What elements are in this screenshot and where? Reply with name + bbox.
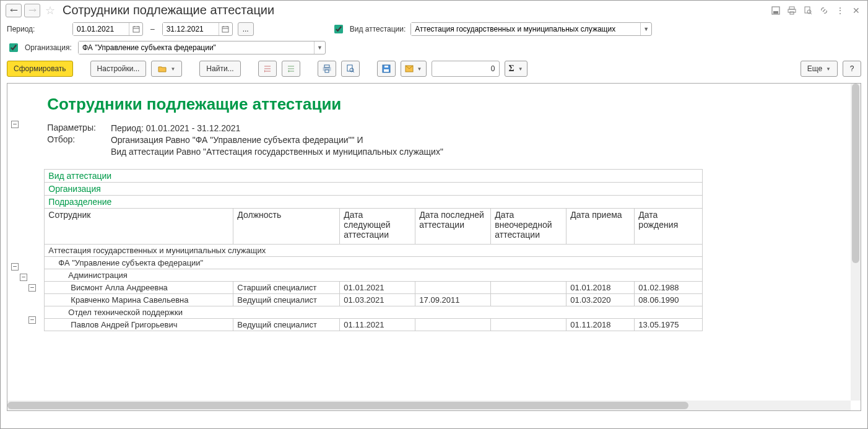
data-type-row[interactable]: Аттестация государственных и муниципальн…	[45, 244, 703, 256]
expand-all-button[interactable]	[258, 61, 277, 77]
svg-line-27	[353, 71, 354, 72]
save-icon[interactable]	[770, 4, 782, 17]
period-dash: –	[148, 25, 157, 33]
data-dept-row[interactable]: Администрация	[45, 269, 703, 281]
table-row[interactable]: Павлов Андрей Григорьевич Ведущий специа…	[45, 318, 703, 331]
chevron-down-icon[interactable]: ▼	[640, 23, 651, 35]
envelope-icon	[405, 65, 414, 72]
calendar-icon[interactable]	[129, 23, 142, 35]
date-from-field[interactable]	[72, 22, 143, 36]
chevron-down-icon[interactable]: ▼	[314, 41, 325, 54]
period-label: Период:	[7, 25, 67, 33]
outline-expander[interactable]: −	[20, 274, 27, 281]
col-hire: Дата приема	[566, 208, 635, 244]
printer-icon	[323, 64, 331, 73]
svg-line-7	[810, 13, 812, 14]
report-scroll-area[interactable]: − − − − − Сотрудники подлежащие аттестац…	[7, 84, 851, 401]
svg-rect-22	[324, 65, 329, 67]
print-preview-button[interactable]	[341, 61, 360, 77]
toolbar: Сформировать Настройки... ▼ Найти... ▼ 0…	[1, 57, 867, 80]
collapse-all-button[interactable]	[282, 61, 300, 77]
type-label: Вид аттестации:	[350, 25, 406, 33]
outline-expander[interactable]: −	[11, 263, 19, 271]
svg-rect-30	[384, 66, 388, 67]
filter-label: Отбор:	[47, 134, 111, 158]
col-position: Должность	[233, 208, 340, 244]
collapse-icon	[287, 64, 295, 73]
page-title: Сотрудники подлежащие аттестации	[63, 3, 274, 17]
link-icon[interactable]	[818, 4, 830, 17]
svg-rect-8	[133, 27, 139, 32]
svg-rect-1	[773, 11, 778, 14]
org-input[interactable]	[79, 41, 314, 54]
filter-row-org: Организация: ▼	[1, 38, 867, 57]
favorite-icon[interactable]: ☆	[45, 4, 55, 17]
variants-button[interactable]: ▼	[151, 61, 182, 77]
find-button[interactable]: Найти...	[199, 61, 240, 77]
type-field[interactable]: ▼	[410, 22, 652, 36]
close-icon[interactable]: ✕	[850, 4, 862, 17]
help-button[interactable]: ?	[843, 61, 861, 77]
outline-expander[interactable]: −	[28, 284, 36, 292]
svg-rect-12	[222, 27, 228, 32]
report-title: Сотрудники подлежащие аттестации	[44, 95, 703, 114]
svg-rect-24	[325, 70, 329, 72]
filter-value: Организация Равно "ФА "Управление субъек…	[111, 134, 443, 158]
params-label: Параметры:	[47, 123, 111, 134]
settings-button[interactable]: Настройки...	[90, 61, 147, 77]
outline-expander[interactable]: −	[11, 121, 19, 128]
titlebar: 🡐 🡒 ☆ Сотрудники подлежащие аттестации ⋮…	[1, 1, 867, 20]
data-org-row[interactable]: ФА "Управление субъекта федерации"	[45, 256, 703, 269]
outline-gutter: − − − − −	[7, 84, 42, 344]
table-row[interactable]: Кравченко Марина Савельевна Ведущий спец…	[45, 293, 703, 306]
outline-expander[interactable]: −	[28, 316, 36, 324]
col-birth: Дата рождения	[635, 208, 703, 244]
more-button[interactable]: Еще▼	[801, 61, 838, 77]
sigma-button[interactable]: Σ ▼	[505, 61, 527, 77]
data-dept-row[interactable]: Отдел технической поддержки	[45, 306, 703, 318]
group-header-type: Вид аттестации	[45, 169, 703, 182]
group-header-org: Организация	[45, 182, 703, 195]
sum-field: 0	[432, 61, 500, 77]
col-last: Дата последней аттестации	[415, 208, 491, 244]
group-header-dept: Подразделение	[45, 195, 703, 208]
more-icon[interactable]: ⋮	[834, 4, 846, 17]
expand-icon	[263, 64, 272, 73]
report-table: Вид аттестации Организация Подразделение…	[44, 169, 703, 331]
params-block: Параметры: Период: 01.01.2021 - 31.12.20…	[44, 123, 443, 158]
preview-icon[interactable]	[802, 4, 814, 17]
print-icon[interactable]	[786, 4, 798, 17]
type-input[interactable]	[411, 23, 640, 35]
date-to-input[interactable]	[163, 23, 219, 35]
type-checkbox[interactable]	[334, 25, 343, 33]
save-report-button[interactable]	[377, 61, 396, 77]
forward-button[interactable]: 🡒	[24, 4, 40, 17]
svg-rect-29	[384, 69, 389, 72]
folder-icon	[158, 64, 167, 73]
table-row[interactable]: Висмонт Алла Андреевна Старший специалис…	[45, 281, 703, 293]
print-button[interactable]	[318, 61, 336, 77]
params-value: Период: 01.01.2021 - 31.12.2021	[111, 123, 443, 134]
horizontal-scrollbar[interactable]	[7, 401, 851, 410]
vertical-scrollbar[interactable]	[851, 84, 861, 401]
svg-rect-2	[789, 7, 794, 9]
calendar-icon[interactable]	[219, 23, 232, 35]
generate-button[interactable]: Сформировать	[7, 61, 73, 77]
period-picker-button[interactable]: ...	[238, 22, 254, 36]
report-frame: − − − − − Сотрудники подлежащие аттестац…	[7, 83, 861, 411]
date-from-input[interactable]	[73, 23, 129, 35]
filter-row-period: Период: – ... Вид аттестации: ▼	[1, 20, 867, 38]
org-label: Организация:	[25, 43, 73, 52]
col-employee: Сотрудник	[45, 208, 233, 244]
send-button[interactable]: ▼	[401, 61, 427, 77]
back-button[interactable]: 🡐	[6, 4, 22, 17]
col-next: Дата следующей аттестации	[340, 208, 415, 244]
page-preview-icon	[346, 64, 355, 73]
org-field[interactable]: ▼	[78, 41, 326, 54]
col-extra: Дата внеочередной аттестации	[491, 208, 566, 244]
diskette-icon	[382, 64, 391, 73]
date-to-field[interactable]	[162, 22, 233, 36]
org-checkbox[interactable]	[9, 43, 18, 52]
sigma-icon: Σ	[509, 64, 514, 74]
